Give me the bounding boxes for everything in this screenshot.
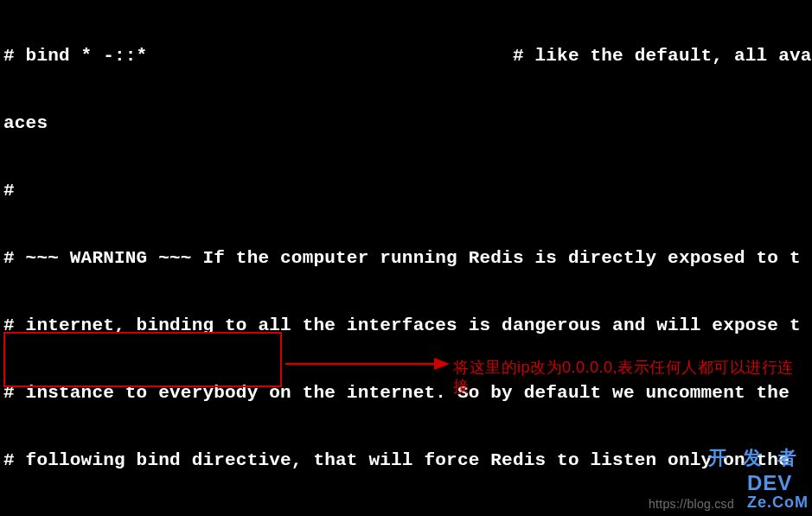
watermark-cn-text: 开 发 者	[708, 445, 802, 471]
watermark-logo-l2: Ze.CoM	[747, 494, 809, 511]
config-line: #	[3, 180, 809, 202]
config-line: # bind * -::* # like the default, all av…	[3, 45, 809, 67]
config-line: # internet, binding to all the interface…	[3, 315, 809, 337]
watermark-logo-l1: DEV	[747, 471, 792, 494]
terminal-editor[interactable]: # bind * -::* # like the default, all av…	[0, 0, 812, 516]
config-line: # following bind directive, that will fo…	[3, 449, 809, 472]
annotation-text: 将这里的ip改为0.0.0.0,表示任何人都可以进行连接	[453, 358, 799, 396]
config-line: # ~~~ WARNING ~~~ If the computer runnin…	[3, 247, 809, 270]
config-line: aces	[3, 112, 809, 135]
watermark-url: https://blog.csd	[649, 497, 734, 511]
watermark-logo: DEV Ze.CoM	[747, 475, 809, 511]
